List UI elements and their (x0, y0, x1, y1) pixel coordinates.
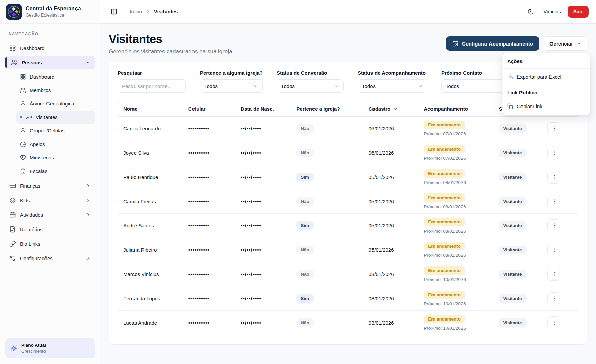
cell-status: Visitante (493, 286, 542, 311)
plan-title: Plano Atual (21, 343, 46, 348)
cell-celular: •••••••••• (183, 238, 235, 262)
followup-badge: Em andamento (424, 169, 465, 178)
menu-item-export-excel[interactable]: Exportar para Excel (502, 69, 590, 84)
masked-birthdate: ••/••/•••• (241, 199, 261, 204)
configure-followup-button[interactable]: Configurar Acompanhamento (446, 36, 539, 51)
cell-status: Visitante (493, 311, 542, 335)
cell-acoes (542, 262, 578, 286)
cell-celular: •••••••••• (183, 286, 235, 311)
menu-item-label: Copiar Link (517, 103, 542, 109)
search-input[interactable] (122, 83, 181, 89)
status-badge: Visitante (499, 318, 526, 327)
row-actions-button[interactable] (547, 268, 560, 281)
cell-celular: •••••••••• (183, 189, 235, 214)
sidebar-item-label: Dashboard (20, 45, 91, 51)
followup-badge: Em andamento (424, 291, 465, 299)
col-header-cadastro[interactable]: Cadastro (363, 101, 418, 117)
subitem-dashboard[interactable]: Dashboard (16, 70, 95, 83)
table-row: Marcos Vinícius •••••••••• ••/••/•••• Nã… (118, 262, 578, 286)
row-actions-button[interactable] (547, 195, 560, 208)
sidebar-item-financas[interactable]: Finanças (5, 179, 95, 193)
filter-label: Status de Acompanhamento (358, 70, 427, 76)
visitors-table-body: Carlos Leonardo •••••••••• ••/••/•••• Nã… (118, 117, 578, 335)
credit-card-icon (9, 183, 16, 189)
cell-nascimento: ••/••/•••• (235, 214, 291, 238)
sidebar-item-bio-links[interactable]: Bio Links (5, 237, 95, 251)
row-actions-button[interactable] (547, 219, 560, 232)
sidebar-item-dashboard[interactable]: Dashboard (5, 41, 95, 55)
topbar: Início Visitantes Vinicius Sair (100, 0, 596, 24)
subitem-grupos-celulas[interactable]: Grupos/Células (16, 124, 95, 137)
manage-button[interactable]: Gerenciar (544, 36, 587, 51)
followup-select[interactable]: Todos (358, 79, 427, 93)
registered-date: 03/01/2026 (368, 296, 394, 301)
brand-header: Central da Esperança Gestão Eclesiástica (0, 0, 100, 24)
subitem-arvore-genealogica[interactable]: Árvore Genealógica (16, 97, 95, 110)
masked-birthdate: ••/••/•••• (241, 247, 261, 253)
registered-date: 05/01/2026 (368, 247, 394, 253)
sidebar-item-relatorios[interactable]: Relatórios (5, 222, 95, 236)
cell-nascimento: ••/••/•••• (235, 262, 291, 286)
plan-box[interactable]: Plano Atual Crescimento (5, 338, 95, 358)
cell-cadastro: 05/01/2026 (363, 214, 418, 238)
subitem-visitantes[interactable]: Visitantes (16, 111, 95, 124)
followup-badge: Em andamento (424, 145, 465, 153)
sidebar-item-configuracoes[interactable]: Configurações (5, 251, 95, 265)
cell-pertence: Sim (291, 165, 363, 189)
cell-cadastro: 05/01/2026 (363, 165, 418, 189)
theme-toggle-button[interactable] (526, 7, 535, 17)
sidebar-toggle-button[interactable] (109, 7, 119, 17)
sidebar-item-atividades[interactable]: Atividades (5, 208, 95, 222)
menu-heading-acoes: Ações (502, 54, 590, 68)
breadcrumb: Início Visitantes (130, 9, 178, 14)
chevron-right-icon (86, 198, 91, 203)
cell-cadastro: 03/01/2026 (363, 286, 418, 311)
subitem-escalas[interactable]: Escalas (16, 164, 95, 178)
cell-acoes (542, 238, 578, 262)
brand-tagline: Gestão Eclesiástica (26, 12, 81, 18)
cell-acoes (542, 286, 578, 311)
church-select[interactable]: Todos (200, 79, 263, 93)
cell-nascimento: ••/••/•••• (235, 311, 291, 335)
cell-acoes (542, 189, 578, 214)
row-actions-button[interactable] (547, 122, 560, 135)
masked-birthdate: ••/••/•••• (241, 223, 261, 229)
cell-pertence: Não (291, 141, 363, 165)
breadcrumb-home[interactable]: Início (130, 9, 142, 14)
brand-name: Central da Esperança (26, 6, 81, 12)
cell-celular: •••••••••• (183, 117, 235, 141)
subitem-membros[interactable]: Membros (16, 84, 95, 97)
col-header-label: Cadastro (368, 106, 390, 112)
row-actions-button[interactable] (547, 171, 560, 184)
row-actions-button[interactable] (547, 292, 560, 305)
cell-nome: André Santos (118, 214, 183, 238)
conversion-select[interactable]: Todos (277, 79, 344, 93)
registered-date: 06/01/2026 (368, 126, 394, 131)
col-header-acompanhamento: Acompanhamento (418, 101, 493, 117)
row-actions-button[interactable] (547, 244, 560, 256)
row-actions-button[interactable] (547, 316, 560, 329)
cell-acoes (542, 214, 578, 238)
cell-status: Visitante (493, 141, 542, 165)
sidebar-item-kids[interactable]: Kids (5, 193, 95, 207)
masked-phone: •••••••••• (188, 223, 210, 229)
followup-next-date: Próximo: 08/01/2026 (424, 253, 487, 258)
more-vertical-icon (551, 199, 557, 204)
masked-phone: •••••••••• (188, 199, 210, 204)
download-icon (507, 74, 513, 80)
app-root: Central da Esperança Gestão Eclesiástica… (0, 0, 596, 364)
logout-button[interactable]: Sair (568, 6, 589, 18)
followup-next-date: Próximo: 07/01/2026 (424, 131, 487, 136)
cell-acompanhamento: Em andamento Próximo: 08/01/2026 (418, 238, 493, 262)
subitem-apelos[interactable]: Apelos (16, 138, 95, 151)
calendar-icon (9, 212, 16, 218)
sidebar-item-pessoas[interactable]: Pessoas (5, 56, 95, 69)
row-actions-button[interactable] (547, 147, 560, 159)
cell-nascimento: ••/••/•••• (235, 238, 291, 262)
more-vertical-icon (551, 126, 557, 131)
followup-next-date: Próximo: 08/01/2026 (424, 229, 487, 234)
subitem-ministerios[interactable]: Ministérios (16, 151, 95, 164)
menu-item-copy-link[interactable]: Copiar Link (502, 99, 590, 114)
chevron-right-icon (86, 256, 91, 261)
col-header-celular: Celular (183, 101, 235, 117)
